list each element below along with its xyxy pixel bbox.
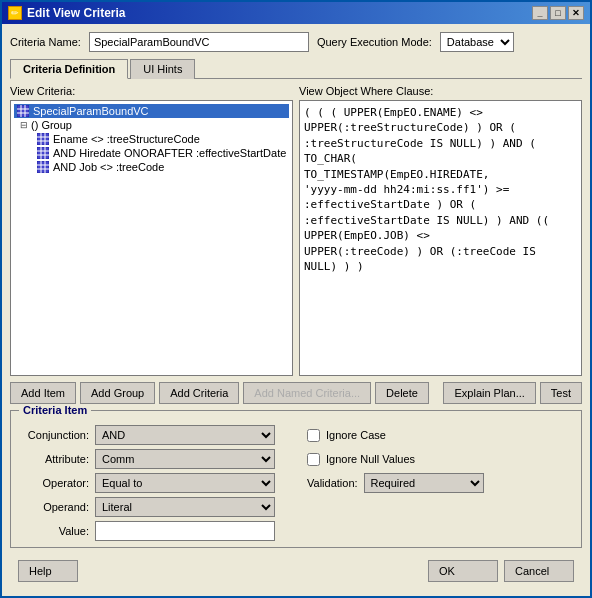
value-input[interactable] xyxy=(95,521,275,541)
main-panel: View Criteria: S xyxy=(10,85,582,376)
window-title: Edit View Criteria xyxy=(27,6,125,20)
criteria-name-input[interactable] xyxy=(89,32,309,52)
tree-item-ename-label: Ename <> :treeStructureCode xyxy=(53,133,200,145)
tree-item-group[interactable]: ⊟ () Group xyxy=(18,118,289,132)
bottom-bar: Help OK Cancel xyxy=(10,554,582,588)
svg-rect-0 xyxy=(17,105,29,117)
svg-rect-10 xyxy=(37,147,49,159)
grid-icon-root xyxy=(16,105,30,117)
bottom-right-buttons: OK Cancel xyxy=(428,560,574,582)
close-button[interactable]: ✕ xyxy=(568,6,584,20)
grid-icon-ename xyxy=(36,133,50,145)
value-label: Value: xyxy=(19,525,89,537)
tab-ui-hints[interactable]: UI Hints xyxy=(130,59,195,79)
tree-item-job[interactable]: AND Job <> :treeCode xyxy=(34,160,289,174)
tab-bar: Criteria Definition UI Hints xyxy=(10,58,582,79)
main-window: ✏ Edit View Criteria _ □ ✕ Criteria Name… xyxy=(0,0,592,598)
view-criteria-tree[interactable]: SpecialParamBoundVC ⊟ () Group xyxy=(10,100,293,376)
operand-label: Operand: xyxy=(19,501,89,513)
operand-select[interactable]: Literal Parameter Attribute xyxy=(95,497,275,517)
view-object-label: View Object Where Clause: xyxy=(299,85,582,97)
minimize-button[interactable]: _ xyxy=(532,6,548,20)
tree-item-hiredate[interactable]: AND Hiredate ONORAFTER :effectiveStartDa… xyxy=(34,146,289,160)
tree-item-root-label: SpecialParamBoundVC xyxy=(33,105,149,117)
operator-label: Operator: xyxy=(19,477,89,489)
criteria-name-label: Criteria Name: xyxy=(10,36,81,48)
add-item-button[interactable]: Add Item xyxy=(10,382,76,404)
view-criteria-label: View Criteria: xyxy=(10,85,293,97)
add-criteria-button[interactable]: Add Criteria xyxy=(159,382,239,404)
ignore-case-checkbox[interactable] xyxy=(307,429,320,442)
view-object-section: View Object Where Clause: ( ( ( UPPER(Em… xyxy=(299,85,582,376)
content-area: Criteria Name: Query Execution Mode: Dat… xyxy=(2,24,590,596)
ignore-case-label: Ignore Case xyxy=(326,429,386,441)
add-named-criteria-button[interactable]: Add Named Criteria... xyxy=(243,382,371,404)
title-buttons: _ □ ✕ xyxy=(532,6,584,20)
window-icon: ✏ xyxy=(8,6,22,20)
help-button[interactable]: Help xyxy=(18,560,78,582)
delete-button[interactable]: Delete xyxy=(375,382,429,404)
maximize-button[interactable]: □ xyxy=(550,6,566,20)
cancel-button[interactable]: Cancel xyxy=(504,560,574,582)
attribute-label: Attribute: xyxy=(19,453,89,465)
validation-select[interactable]: Required Optional xyxy=(364,473,484,493)
ignore-null-label: Ignore Null Values xyxy=(326,453,415,465)
tree-item-group-label: () Group xyxy=(31,119,72,131)
title-bar: ✏ Edit View Criteria _ □ ✕ xyxy=(2,2,590,24)
tree-item-ename[interactable]: Ename <> :treeStructureCode xyxy=(34,132,289,146)
ignore-null-checkbox[interactable] xyxy=(307,453,320,466)
explain-plan-button[interactable]: Explain Plan... xyxy=(443,382,535,404)
header-row: Criteria Name: Query Execution Mode: Dat… xyxy=(10,32,582,52)
query-execution-label: Query Execution Mode: xyxy=(317,36,432,48)
tree-item-job-label: AND Job <> :treeCode xyxy=(53,161,164,173)
attribute-select[interactable]: Comm xyxy=(95,449,275,469)
view-object-text: ( ( ( UPPER(EmpEO.ENAME) <> UPPER(:treeS… xyxy=(299,100,582,376)
operator-select[interactable]: Equal to Not equal to Greater than Less … xyxy=(95,473,275,493)
conjunction-select[interactable]: AND OR xyxy=(95,425,275,445)
validation-label: Validation: xyxy=(307,477,358,489)
criteria-item-section: Criteria Item Conjunction: AND OR Ignore… xyxy=(10,410,582,548)
tree-item-root[interactable]: SpecialParamBoundVC xyxy=(14,104,289,118)
expand-icon-group: ⊟ xyxy=(20,120,28,130)
svg-rect-15 xyxy=(37,161,49,173)
add-group-button[interactable]: Add Group xyxy=(80,382,155,404)
title-bar-left: ✏ Edit View Criteria xyxy=(8,6,125,20)
test-button[interactable]: Test xyxy=(540,382,582,404)
conjunction-label: Conjunction: xyxy=(19,429,89,441)
tab-criteria-definition[interactable]: Criteria Definition xyxy=(10,59,128,79)
query-execution-select[interactable]: Database Memory Default xyxy=(440,32,514,52)
svg-rect-5 xyxy=(37,133,49,145)
grid-icon-job xyxy=(36,161,50,173)
tree-item-hiredate-label: AND Hiredate ONORAFTER :effectiveStartDa… xyxy=(53,147,286,159)
ok-button[interactable]: OK xyxy=(428,560,498,582)
criteria-item-title: Criteria Item xyxy=(19,404,91,416)
action-button-row: Add Item Add Group Add Criteria Add Name… xyxy=(10,382,582,404)
view-criteria-section: View Criteria: S xyxy=(10,85,293,376)
grid-icon-hiredate xyxy=(36,147,50,159)
